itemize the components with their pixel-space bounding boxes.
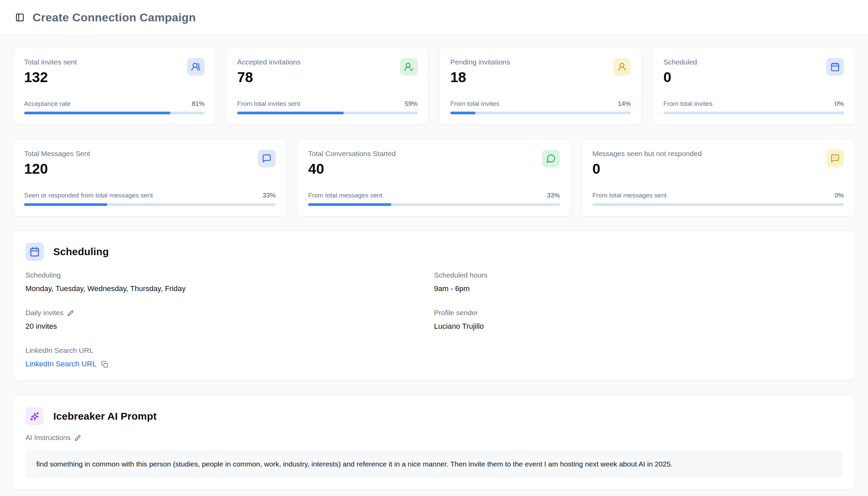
daily-invites-label: Daily invites	[26, 309, 63, 317]
stat-card-bottom: Acceptance rate 81%	[24, 100, 205, 114]
stat-card-scheduled: Scheduled 0 From total invites 0%	[652, 47, 855, 125]
progress-fill	[24, 203, 107, 206]
stat-value: 0	[663, 70, 697, 84]
stat-card-text: Accepted invitations 78	[237, 58, 301, 84]
progress-bar	[24, 112, 205, 114]
stat-sub-row: From total invites 14%	[450, 100, 631, 108]
daily-invites-value: 20 invites	[26, 322, 434, 331]
profile-sender-value: Luciano Trujillo	[434, 322, 842, 331]
field-scheduled-hours: Scheduled hours 9am - 6pm	[434, 271, 842, 293]
user-icon	[613, 58, 631, 76]
stat-card-bottom: From total invites 0%	[663, 100, 844, 114]
scheduling-title: Scheduling	[53, 246, 109, 258]
stat-percent: 33%	[263, 192, 276, 199]
progress-bar	[308, 203, 560, 206]
progress-fill	[308, 203, 391, 206]
progress-bar	[24, 203, 276, 206]
copy-url-button[interactable]	[101, 361, 108, 368]
progress-bar	[237, 112, 418, 114]
field-daily-invites: Daily invites 20 invites	[26, 309, 434, 331]
stat-value: 120	[24, 162, 90, 176]
stat-label: Total invites sent	[24, 58, 77, 66]
stat-sub-label: From total invites sent	[237, 100, 300, 108]
progress-bar	[592, 203, 844, 206]
linkedin-search-url-link[interactable]: LinkedIn Search URL	[26, 360, 96, 369]
stat-card-text: Messages seen but not responded 0	[592, 150, 702, 176]
stat-card-bottom: From total invites sent 59%	[237, 100, 418, 114]
stat-card-bottom: From total messages sent 33%	[308, 192, 560, 206]
stat-card-top: Pending invitations 18	[450, 58, 631, 84]
ai-prompt-box: find something in common with this perso…	[26, 451, 842, 478]
stat-card-top: Total Messages Sent 120	[24, 150, 276, 176]
stat-sub-row: From total messages sent 33%	[308, 192, 560, 199]
users-icon	[187, 58, 205, 76]
stat-card-top: Accepted invitations 78	[237, 58, 418, 84]
stat-card-total-conversations-started: Total Conversations Started 40 From tota…	[297, 139, 571, 216]
field-profile-sender: Profile sender Luciano Trujillo	[434, 309, 842, 331]
stat-card-total-invites: Total invites sent 132 Acceptance rate 8…	[13, 47, 216, 125]
stat-sub-row: From total invites 0%	[663, 100, 844, 108]
stat-label: Total Conversations Started	[308, 150, 396, 158]
sparkles-icon	[26, 407, 44, 425]
sidebar-toggle-button[interactable]	[13, 11, 27, 25]
edit-daily-invites-icon[interactable]	[67, 310, 74, 316]
field-scheduling-days: Scheduling Monday, Tuesday, Wednesday, T…	[26, 271, 434, 293]
stat-sub-label: From total invites	[663, 100, 713, 108]
progress-bar	[450, 112, 631, 114]
progress-fill	[237, 112, 344, 114]
stat-percent: 81%	[192, 100, 205, 108]
progress-fill	[450, 112, 476, 114]
progress-bar	[663, 112, 844, 114]
stat-percent: 33%	[547, 192, 560, 199]
stat-sub-row: From total messages sent 0%	[592, 192, 844, 199]
message-circle-icon	[542, 150, 560, 167]
scheduled-hours-value: 9am - 6pm	[434, 284, 842, 293]
stat-sub-label: From total invites	[450, 100, 499, 108]
profile-sender-label: Profile sender	[434, 309, 478, 317]
stat-card-text: Total Conversations Started 40	[308, 150, 396, 176]
linkedin-search-url-row: LinkedIn Search URL	[26, 360, 434, 369]
stat-value: 18	[450, 70, 510, 84]
scheduling-days-value: Monday, Tuesday, Wednesday, Thursday, Fr…	[26, 284, 434, 293]
scheduling-card: Scheduling Scheduling Monday, Tuesday, W…	[13, 231, 855, 380]
stat-card-bottom: From total invites 14%	[450, 100, 631, 114]
stat-sub-label: Seen or responded from total messages se…	[24, 192, 153, 199]
scheduling-header: Scheduling	[26, 243, 842, 261]
panel-left-icon	[15, 13, 25, 22]
stat-label: Messages seen but not responded	[592, 150, 702, 158]
progress-fill	[24, 112, 170, 114]
linkedin-search-url-label: LinkedIn Search URL	[26, 346, 93, 355]
stat-card-top: Scheduled 0	[663, 58, 844, 84]
stat-label: Total Messages Sent	[24, 150, 90, 158]
stat-percent: 14%	[618, 100, 631, 108]
stat-card-total-messages-sent: Total Messages Sent 120 Seen or responde…	[13, 139, 287, 216]
stat-label: Pending invitations	[450, 58, 510, 66]
stat-label: Scheduled	[663, 58, 697, 66]
message-square-icon	[258, 150, 276, 167]
ai-instructions-label: AI Instructions	[26, 434, 71, 442]
stat-card-pending-invitations: Pending invitations 18 From total invite…	[439, 47, 642, 125]
page-header: Create Connection Campaign	[0, 0, 868, 35]
stat-card-bottom: Seen or responded from total messages se…	[24, 192, 276, 206]
stat-card-text: Total invites sent 132	[24, 58, 77, 84]
icebreaker-header: Icebreaker AI Prompt	[26, 407, 842, 425]
stats-row-1: Total invites sent 132 Acceptance rate 8…	[13, 47, 855, 125]
stat-value: 0	[592, 162, 702, 176]
stat-sub-label: Acceptance rate	[24, 100, 71, 108]
stat-value: 78	[237, 70, 301, 84]
page-title: Create Connection Campaign	[33, 11, 196, 24]
stats-row-2: Total Messages Sent 120 Seen or responde…	[13, 139, 855, 216]
stat-sub-row: Seen or responded from total messages se…	[24, 192, 276, 199]
icebreaker-card: Icebreaker AI Prompt AI Instructions fin…	[13, 395, 855, 490]
stat-sub-label: From total messages sent	[308, 192, 383, 199]
edit-ai-instructions-icon[interactable]	[75, 435, 81, 441]
stat-card-text: Scheduled 0	[663, 58, 697, 84]
calendar-icon	[26, 243, 44, 261]
message-square-more-icon	[826, 150, 844, 167]
stat-card-top: Messages seen but not responded 0	[592, 150, 844, 176]
stat-card-text: Pending invitations 18	[450, 58, 510, 84]
stat-card-top: Total invites sent 132	[24, 58, 205, 84]
field-linkedin-search-url: LinkedIn Search URL LinkedIn Search URL	[26, 346, 434, 369]
stat-card-accepted-invitations: Accepted invitations 78 From total invit…	[226, 47, 429, 125]
copy-icon	[101, 361, 108, 368]
